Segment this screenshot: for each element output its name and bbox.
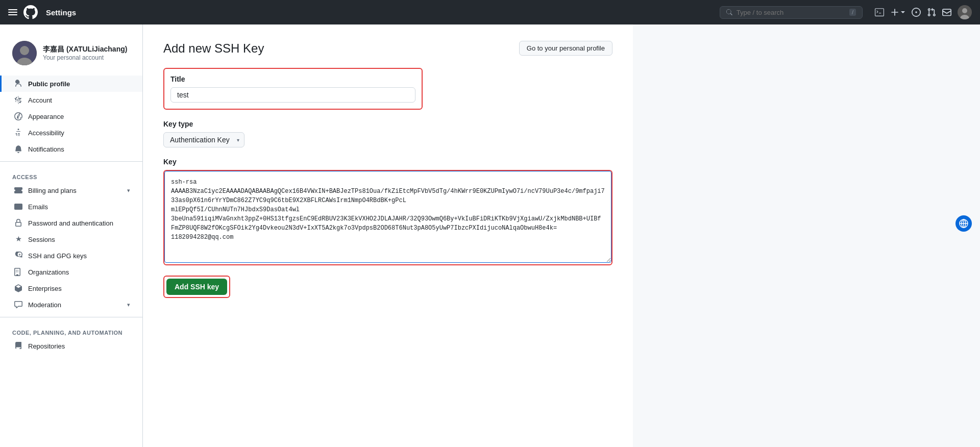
- topnav-actions: [875, 5, 972, 19]
- sidebar-nav: Public profile Account Appearance Access…: [0, 76, 142, 354]
- section-divider: [0, 161, 142, 162]
- key-section: Key ssh-rsa AAAAB3NzaC1yc2EAAAADAQABAABA…: [163, 158, 612, 265]
- lock-icon: [14, 219, 23, 227]
- pullrequest-icon[interactable]: [927, 8, 936, 17]
- sidebar-item-emails[interactable]: Emails: [0, 198, 142, 215]
- page-title: Add new SSH Key: [163, 41, 264, 56]
- sidebar-label: Notifications: [28, 145, 64, 153]
- sidebar-label: Billing and plans: [28, 187, 77, 194]
- sidebar-item-password-auth[interactable]: Password and authentication: [0, 215, 142, 231]
- email-icon: [14, 203, 23, 211]
- chevron-down-icon: ▾: [127, 187, 130, 194]
- search-input[interactable]: [737, 9, 845, 16]
- main-layout: 李嘉昌 (XATULiJiachang) Your personal accou…: [0, 24, 980, 447]
- sidebar-item-accessibility[interactable]: Accessibility: [0, 125, 142, 141]
- translate-globe-icon[interactable]: [955, 215, 972, 232]
- sidebar-label: Appearance: [28, 113, 64, 120]
- key-type-select-wrapper: Authentication Key Signing Key ▾: [163, 132, 244, 147]
- bell-icon: [14, 145, 23, 153]
- sidebar-label: Account: [28, 96, 52, 104]
- key-textarea-wrapper: ssh-rsa AAAAB3NzaC1yc2EAAAADAQABAABAgQCe…: [163, 170, 612, 265]
- sidebar-label: Organizations: [28, 268, 69, 276]
- sidebar-label: Accessibility: [28, 129, 64, 137]
- search-bar[interactable]: /: [720, 6, 863, 19]
- svg-point-4: [962, 8, 967, 13]
- sidebar-label: Public profile: [28, 80, 70, 88]
- key-type-section: Key type Authentication Key Signing Key …: [163, 120, 612, 147]
- code-section-label: Code, planning, and automation: [0, 321, 142, 338]
- svg-rect-0: [8, 9, 17, 10]
- enterprises-icon: [14, 284, 23, 292]
- user-icon: [14, 80, 23, 88]
- appearance-icon: [14, 112, 23, 120]
- hamburger-menu-button[interactable]: [8, 8, 17, 17]
- add-ssh-btn-wrapper: Add SSH key: [163, 276, 230, 298]
- repo-icon: [14, 342, 23, 350]
- sidebar-item-account[interactable]: Account: [0, 92, 142, 108]
- key-type-select[interactable]: Authentication Key Signing Key: [163, 132, 244, 147]
- user-avatar[interactable]: [958, 5, 972, 19]
- go-to-profile-button[interactable]: Go to your personal profile: [519, 41, 612, 56]
- sidebar-label: Enterprises: [28, 285, 62, 292]
- svg-rect-2: [8, 14, 17, 15]
- svg-rect-1: [8, 12, 17, 13]
- sidebar-item-appearance[interactable]: Appearance: [0, 108, 142, 125]
- sidebar-avatar: [12, 41, 37, 65]
- sidebar-item-billing[interactable]: Billing and plans ▾: [0, 182, 142, 198]
- github-logo[interactable]: [23, 5, 38, 19]
- sidebar-label: Moderation: [28, 301, 61, 309]
- sidebar-user-info: 李嘉昌 (XATULiJiachang) Your personal accou…: [0, 37, 142, 76]
- top-navigation: Settings /: [0, 0, 980, 24]
- page-title-nav: Settings: [46, 8, 76, 17]
- sidebar-item-notifications[interactable]: Notifications: [0, 141, 142, 157]
- svg-point-7: [20, 46, 29, 55]
- sidebar-label: Emails: [28, 203, 48, 211]
- key-icon: [14, 252, 23, 260]
- settings-sidebar: 李嘉昌 (XATULiJiachang) Your personal accou…: [0, 24, 143, 447]
- page-header: Add new SSH Key Go to your personal prof…: [163, 41, 612, 56]
- title-input[interactable]: [170, 87, 415, 103]
- sessions-icon: [14, 235, 23, 243]
- sidebar-item-sessions[interactable]: Sessions: [0, 231, 142, 247]
- key-textarea[interactable]: ssh-rsa AAAAB3NzaC1yc2EAAAADAQABAABAgQCe…: [164, 171, 611, 263]
- search-shortcut: /: [849, 9, 856, 16]
- accessibility-icon: [14, 129, 23, 137]
- access-section-label: Access: [0, 166, 142, 182]
- terminal-icon[interactable]: [875, 8, 884, 17]
- chevron-down-icon-2: ▾: [127, 302, 130, 308]
- sidebar-item-repositories[interactable]: Repositories: [0, 338, 142, 354]
- inbox-icon[interactable]: [942, 8, 951, 17]
- key-type-label: Key type: [163, 120, 612, 128]
- moderation-icon: [14, 301, 23, 309]
- account-type: Your personal account: [43, 54, 127, 61]
- gear-icon: [14, 96, 23, 104]
- sidebar-label: Sessions: [28, 236, 55, 243]
- add-ssh-key-button[interactable]: Add SSH key: [166, 279, 227, 295]
- key-label: Key: [163, 158, 612, 166]
- title-field-wrapper: Title: [163, 68, 423, 110]
- user-details: 李嘉昌 (XATULiJiachang) Your personal accou…: [43, 45, 127, 61]
- sidebar-label: SSH and GPG keys: [28, 252, 87, 260]
- org-icon: [14, 268, 23, 276]
- main-content: Add new SSH Key Go to your personal prof…: [143, 24, 633, 447]
- sidebar-item-moderation[interactable]: Moderation ▾: [0, 296, 142, 313]
- create-new-button[interactable]: [890, 8, 905, 17]
- sidebar-label: Repositories: [28, 342, 65, 350]
- sidebar-item-public-profile[interactable]: Public profile: [0, 76, 142, 92]
- sidebar-item-organizations[interactable]: Organizations: [0, 264, 142, 280]
- issues-icon[interactable]: [912, 8, 921, 17]
- sidebar-item-enterprises[interactable]: Enterprises: [0, 280, 142, 296]
- display-username: 李嘉昌 (XATULiJiachang): [43, 45, 127, 54]
- sidebar-item-ssh-gpg[interactable]: SSH and GPG keys: [0, 247, 142, 264]
- sidebar-label: Password and authentication: [28, 219, 113, 227]
- section-divider-2: [0, 317, 142, 317]
- title-label: Title: [170, 75, 415, 83]
- billing-icon: [14, 186, 23, 194]
